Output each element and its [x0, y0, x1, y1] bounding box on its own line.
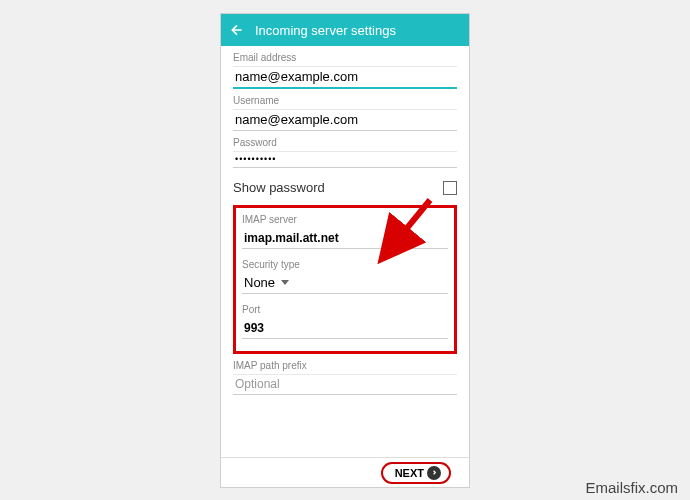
prefix-field[interactable]: Optional: [233, 374, 457, 395]
port-group: Port: [242, 304, 448, 339]
next-label: NEXT: [395, 467, 424, 479]
back-arrow-icon[interactable]: [229, 22, 245, 38]
email-group: Email address: [233, 52, 457, 89]
port-label: Port: [242, 304, 448, 315]
form-content: Email address Username Password ••••••••…: [221, 46, 469, 395]
password-group: Password ••••••••••: [233, 137, 457, 168]
imap-server-field[interactable]: [242, 229, 448, 249]
app-header: Incoming server settings: [221, 14, 469, 46]
port-field[interactable]: [242, 319, 448, 339]
imap-server-label: IMAP server: [242, 214, 448, 225]
prefix-label: IMAP path prefix: [233, 360, 457, 371]
next-button[interactable]: NEXT: [381, 462, 451, 484]
username-label: Username: [233, 95, 457, 106]
username-field[interactable]: [233, 109, 457, 131]
phone-frame: Incoming server settings Email address U…: [220, 13, 470, 488]
email-label: Email address: [233, 52, 457, 63]
password-field[interactable]: ••••••••••: [233, 151, 457, 168]
show-password-checkbox[interactable]: [443, 181, 457, 195]
chevron-right-icon: [427, 466, 441, 480]
show-password-row: Show password: [233, 180, 457, 195]
page-title: Incoming server settings: [255, 23, 396, 38]
security-dropdown[interactable]: None: [242, 273, 448, 294]
show-password-label: Show password: [233, 180, 325, 195]
security-label: Security type: [242, 259, 448, 270]
highlighted-section: IMAP server Security type None Port: [233, 205, 457, 354]
security-value: None: [244, 275, 275, 290]
username-group: Username: [233, 95, 457, 131]
chevron-down-icon: [281, 280, 289, 285]
email-field[interactable]: [233, 66, 457, 89]
imap-server-group: IMAP server: [242, 214, 448, 249]
footer-bar: NEXT: [221, 457, 469, 487]
watermark: Emailsfix.com: [585, 479, 678, 496]
password-label: Password: [233, 137, 457, 148]
prefix-group: IMAP path prefix Optional: [233, 360, 457, 395]
security-group: Security type None: [242, 259, 448, 294]
